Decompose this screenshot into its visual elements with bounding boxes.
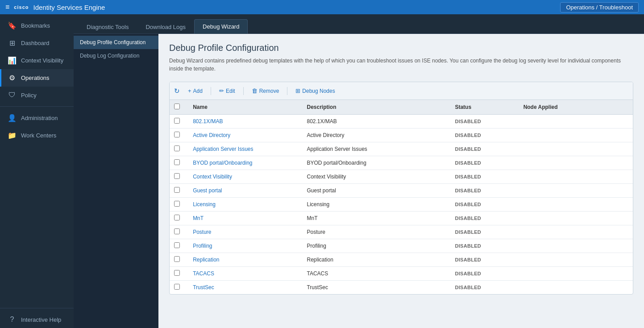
row-checkbox[interactable] (174, 132, 180, 137)
row-checkbox-cell (170, 115, 188, 129)
row-node-cell (519, 225, 633, 239)
sidebar-item-dashboard[interactable]: ⊞ Dashboard (0, 34, 74, 52)
row-name-cell: Posture (188, 225, 302, 239)
row-checkbox[interactable] (174, 228, 180, 234)
row-name-cell: TACACS (188, 267, 302, 281)
ops-badge[interactable]: Operations / Troubleshoot (560, 4, 639, 11)
row-checkbox-cell (170, 129, 188, 142)
row-checkbox[interactable] (174, 118, 180, 124)
sidebar-label-policy: Policy (21, 92, 37, 99)
row-description-cell: TrustSec (302, 281, 450, 295)
table-body: 802.1X/MAB 802.1X/MAB DISABLED Active Di… (170, 115, 633, 295)
row-name-link[interactable]: 802.1X/MAB (193, 118, 223, 125)
status-badge: DISABLED (455, 257, 481, 262)
row-status-cell: DISABLED (450, 142, 519, 156)
hamburger-icon[interactable]: ≡ (5, 3, 9, 11)
row-checkbox[interactable] (174, 201, 180, 207)
row-checkbox[interactable] (174, 145, 180, 151)
status-badge: DISABLED (455, 229, 481, 235)
row-name-link[interactable]: Context Visibility (193, 174, 232, 180)
row-checkbox[interactable] (174, 256, 180, 262)
row-name-link[interactable]: TACACS (193, 270, 214, 277)
select-all-checkbox[interactable] (174, 104, 180, 109)
col-header-node-applied: Node Applied (519, 100, 633, 115)
sidebar-item-policy[interactable]: 🛡 Policy (0, 87, 74, 104)
row-name-link[interactable]: BYOD portal/Onboarding (193, 160, 252, 166)
row-name-link[interactable]: Posture (193, 229, 211, 235)
sub-nav-debug-log-config[interactable]: Debug Log Configuration (74, 49, 158, 62)
row-name-cell: Active Directory (188, 129, 302, 142)
remove-label: Remove (259, 88, 279, 94)
table-row: 802.1X/MAB 802.1X/MAB DISABLED (170, 115, 633, 129)
sidebar-label-bookmarks: Bookmarks (21, 22, 50, 29)
row-checkbox[interactable] (174, 242, 180, 248)
row-name-link[interactable]: MnT (193, 215, 204, 221)
row-status-cell: DISABLED (450, 156, 519, 170)
sidebar-spacer (0, 144, 74, 305)
row-status-cell: DISABLED (450, 212, 519, 225)
row-checkbox[interactable] (174, 270, 180, 276)
row-node-cell (519, 212, 633, 225)
remove-button[interactable]: 🗑 Remove (247, 86, 284, 96)
table-row: Profiling Profiling DISABLED (170, 239, 633, 253)
row-name-link[interactable]: Licensing (193, 201, 216, 208)
col-header-name: Name (188, 100, 302, 115)
row-checkbox-cell (170, 184, 188, 198)
sidebar-item-administration[interactable]: 👤 Administration (0, 109, 74, 127)
col-header-check (170, 100, 188, 115)
row-node-cell (519, 142, 633, 156)
status-badge: DISABLED (455, 271, 481, 276)
sidebar-item-bookmarks[interactable]: 🔖 Bookmarks (0, 17, 74, 34)
row-name-link[interactable]: Active Directory (193, 132, 230, 138)
row-checkbox[interactable] (174, 215, 180, 220)
page-title: Debug Profile Configuration (169, 43, 633, 53)
row-name-cell: Context Visibility (188, 170, 302, 184)
debug-nodes-button[interactable]: ⊞ Debug Nodes (291, 86, 339, 96)
bookmarks-icon: 🔖 (8, 21, 17, 30)
row-node-cell (519, 239, 633, 253)
table-row: Active Directory Active Directory DISABL… (170, 129, 633, 142)
row-checkbox[interactable] (174, 284, 180, 290)
row-name-cell: TrustSec (188, 281, 302, 295)
sidebar-label-interactive-help: Interactive Help (21, 316, 61, 323)
sidebar-item-interactive-help[interactable]: ? Interactive Help (0, 311, 74, 328)
context-visibility-icon: 📊 (8, 56, 17, 65)
table-row: MnT MnT DISABLED (170, 212, 633, 225)
row-checkbox[interactable] (174, 173, 180, 179)
row-node-cell (519, 115, 633, 129)
row-name-cell: Profiling (188, 239, 302, 253)
page-description: Debug Wizard contains predefined debug t… (169, 57, 633, 73)
row-node-cell (519, 156, 633, 170)
row-description-cell: 802.1X/MAB (302, 115, 450, 129)
row-name-link[interactable]: Replication (193, 257, 219, 263)
row-checkbox-cell (170, 281, 188, 295)
sidebar-item-operations[interactable]: ⚙ Operations (0, 69, 74, 87)
row-description-cell: Replication (302, 253, 450, 267)
edit-button[interactable]: ✏ Edit (215, 86, 240, 96)
status-badge: DISABLED (455, 160, 481, 166)
tab-download-logs[interactable]: Download Logs (137, 20, 194, 34)
tab-debug-wizard[interactable]: Debug Wizard (194, 19, 248, 34)
table-container: ↻ + Add ✏ Edit 🗑 Remove (169, 82, 633, 295)
add-button[interactable]: + Add (183, 86, 207, 96)
sub-nav-debug-profile-config[interactable]: Debug Profile Configuration (74, 36, 158, 49)
row-name-link[interactable]: TrustSec (193, 284, 214, 291)
status-badge: DISABLED (455, 285, 481, 290)
status-badge: DISABLED (455, 216, 481, 221)
refresh-icon[interactable]: ↻ (174, 87, 180, 95)
row-status-cell: DISABLED (450, 281, 519, 295)
edit-icon: ✏ (219, 87, 224, 94)
row-checkbox[interactable] (174, 159, 180, 165)
row-checkbox-cell (170, 198, 188, 212)
table-row: TACACS TACACS DISABLED (170, 267, 633, 281)
sidebar: 🔖 Bookmarks ⊞ Dashboard 📊 Context Visibi… (0, 14, 74, 328)
sidebar-item-context-visibility[interactable]: 📊 Context Visibility (0, 52, 74, 69)
row-name-link[interactable]: Guest portal (193, 187, 222, 194)
row-node-cell (519, 198, 633, 212)
tab-diagnostic-tools[interactable]: Diagnostic Tools (78, 20, 137, 34)
data-table: Name Description Status Node Applied 802… (170, 100, 633, 294)
row-checkbox[interactable] (174, 187, 180, 193)
row-name-link[interactable]: Application Server Issues (193, 146, 253, 152)
sidebar-item-work-centers[interactable]: 📁 Work Centers (0, 127, 74, 144)
row-name-link[interactable]: Profiling (193, 243, 212, 249)
